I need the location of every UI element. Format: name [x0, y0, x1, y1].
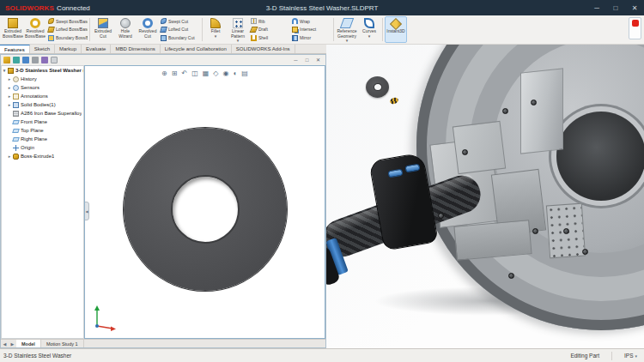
- part-icon: [8, 68, 14, 74]
- housing-hub-bore: [556, 112, 644, 201]
- unit-system-selector[interactable]: IPS ▾: [624, 353, 637, 359]
- mirror-button[interactable]: Mirror: [290, 34, 331, 42]
- wrap-button[interactable]: Wrap: [290, 17, 331, 25]
- heads-up-view-toolbar: ⊕ ⊞ ↶ ◫ ▦ ◇ ◉ ◐ ▤: [161, 70, 248, 77]
- expand-icon[interactable]: ▸: [7, 76, 12, 81]
- tab-evaluate[interactable]: Evaluate: [82, 45, 111, 53]
- part-minimize-button[interactable]: ─: [290, 55, 301, 64]
- collapse-icon[interactable]: ▾: [2, 68, 7, 73]
- extruded-boss-base-button[interactable]: Extruded Boss/Base: [2, 16, 24, 43]
- tree-item-front-plane[interactable]: Front Plane: [2, 118, 83, 126]
- tree-item-sensors[interactable]: ▸ Sensors: [2, 83, 83, 92]
- task-pane-tab[interactable]: [629, 17, 641, 39]
- tree-item-material[interactable]: A286 Iron Base Superalloy: [2, 109, 83, 118]
- extruded-cut-button[interactable]: Extruded Cut: [92, 16, 114, 43]
- boundary-cut-icon: [161, 35, 167, 41]
- tree-item-right-plane[interactable]: Right Plane: [2, 135, 83, 143]
- tab-markup[interactable]: Markup: [55, 45, 82, 53]
- manager-panel-more-icon[interactable]: [51, 57, 58, 63]
- boundary-boss-base-button[interactable]: Boundary Boss/Base: [46, 34, 88, 42]
- displaymanager-tab-icon[interactable]: [41, 57, 48, 63]
- shell-button[interactable]: Shell: [249, 34, 290, 42]
- configurationmanager-tab-icon[interactable]: [22, 57, 29, 63]
- close-button[interactable]: ✕: [625, 0, 644, 15]
- tab-scroll-left-icon[interactable]: ◀: [1, 341, 9, 347]
- edit-appearance-icon[interactable]: ◐: [233, 70, 237, 77]
- status-bar: 3-D Stainless Steel Washer Editing Part …: [0, 348, 644, 362]
- rib-button[interactable]: Rib: [249, 17, 290, 25]
- expand-icon[interactable]: ▸: [7, 154, 12, 159]
- tab-model[interactable]: Model: [16, 340, 41, 347]
- tab-features[interactable]: Features: [0, 45, 30, 53]
- tree-item-top-plane[interactable]: Top Plane: [2, 126, 83, 135]
- swept-boss-base-button[interactable]: Swept Boss/Base: [46, 17, 88, 25]
- zoom-area-icon[interactable]: ⊞: [172, 70, 178, 77]
- minimize-button[interactable]: ─: [587, 0, 606, 15]
- status-mode: Editing Part: [570, 353, 599, 359]
- part-window-controls: ─ □ ✕: [290, 55, 324, 64]
- panel-splitter-handle[interactable]: ◀: [84, 202, 89, 220]
- screw-head: [532, 228, 538, 234]
- previous-view-icon[interactable]: ↶: [182, 70, 188, 77]
- lofted-boss-base-button[interactable]: Lofted Boss/Base: [46, 26, 88, 33]
- curves-dropdown-icon[interactable]: ▾: [368, 34, 371, 39]
- expand-icon[interactable]: ▸: [7, 94, 12, 99]
- assembly-render-view[interactable]: [326, 45, 644, 348]
- reference-geometry-button[interactable]: Reference Geometry ▾: [336, 16, 358, 43]
- part-restore-button[interactable]: □: [301, 55, 313, 64]
- document-title: 3-D Stainless Steel Washer.SLDPRT: [266, 4, 379, 12]
- draft-button[interactable]: Draft: [249, 26, 290, 33]
- plane-icon: [12, 137, 20, 142]
- view-settings-icon[interactable]: ▤: [241, 70, 248, 77]
- section-view-icon[interactable]: ◫: [191, 70, 198, 77]
- swept-cut-button[interactable]: Swept Cut: [159, 17, 200, 25]
- titlebar: SOLIDWORKS Connected 3-D Stainless Steel…: [0, 0, 644, 15]
- tab-motion-study-1[interactable]: Motion Study 1: [41, 340, 84, 347]
- tree-item-boss-extrude1[interactable]: ▸ Boss-Extrude1: [2, 152, 83, 160]
- hide-show-items-icon[interactable]: ◉: [223, 70, 229, 77]
- instant3d-button[interactable]: Instant3D: [385, 16, 407, 43]
- expand-icon[interactable]: ▸: [7, 85, 12, 90]
- boss-base-group: Swept Boss/Base Lofted Boss/Base Boundar…: [46, 16, 88, 43]
- maximize-button[interactable]: □: [606, 0, 625, 15]
- intersect-button[interactable]: Intersect: [290, 26, 331, 33]
- linear-pattern-button[interactable]: Linear Pattern ▾: [227, 16, 249, 43]
- washer-model[interactable]: [124, 128, 287, 291]
- tree-item-solid-bodies[interactable]: ▸ Solid Bodies(1): [2, 100, 83, 109]
- zoom-fit-icon[interactable]: ⊕: [161, 70, 167, 77]
- tree-item-origin[interactable]: Origin: [2, 143, 83, 152]
- part-window-header: ─ □ ✕: [1, 55, 325, 65]
- tree-item-history[interactable]: ▸ History: [2, 75, 83, 83]
- fillet-button[interactable]: Fillet ▾: [204, 16, 227, 43]
- tree-item-annotations[interactable]: ▸ Annotations: [2, 92, 83, 100]
- linear-pattern-dropdown-icon[interactable]: ▾: [237, 39, 240, 43]
- extrude-feature-icon: [13, 154, 19, 160]
- hole-wizard-button[interactable]: Hole Wizard: [114, 16, 137, 43]
- expand-icon[interactable]: ▸: [7, 102, 12, 107]
- ribbon-divider: [382, 18, 383, 41]
- reference-geometry-dropdown-icon[interactable]: ▾: [346, 39, 349, 43]
- history-icon: [13, 76, 19, 82]
- display-style-icon[interactable]: ◇: [213, 70, 218, 77]
- tab-scroll-right-icon[interactable]: ▶: [9, 341, 16, 347]
- tab-solidworks-addins[interactable]: SOLIDWORKS Add-Ins: [232, 45, 295, 53]
- fillet-dropdown-icon[interactable]: ▾: [215, 34, 217, 39]
- curves-button[interactable]: Curves ▾: [358, 16, 380, 43]
- window-controls: ─ □ ✕: [587, 0, 644, 15]
- graphics-viewport[interactable]: ⊕ ⊞ ↶ ◫ ▦ ◇ ◉ ◐ ▤ ◀: [84, 65, 325, 339]
- tab-sketch[interactable]: Sketch: [30, 45, 55, 53]
- tab-mbd-dimensions[interactable]: MBD Dimensions: [111, 45, 160, 53]
- dimxpertmanager-tab-icon[interactable]: [32, 57, 39, 63]
- revolved-boss-base-button[interactable]: Revolved Boss/Base: [24, 16, 46, 43]
- boundary-cut-button[interactable]: Boundary Cut: [159, 34, 200, 42]
- part-close-button[interactable]: ✕: [313, 55, 324, 64]
- lofted-cut-button[interactable]: Lofted Cut: [159, 26, 200, 33]
- propertymanager-tab-icon[interactable]: [13, 57, 20, 63]
- solidworks-window: SOLIDWORKS Connected 3-D Stainless Steel…: [0, 0, 644, 362]
- linear-pattern-icon: [233, 18, 243, 28]
- tab-lifecycle-collaboration[interactable]: Lifecycle and Collaboration: [161, 45, 232, 53]
- feature-tree-root[interactable]: ▾ 3-D Stainless Steel Washer (test washe…: [2, 66, 83, 75]
- revolved-cut-button[interactable]: Revolved Cut: [137, 16, 159, 43]
- featuremanager-tab-icon[interactable]: [3, 57, 10, 63]
- view-orientation-icon[interactable]: ▦: [203, 70, 210, 77]
